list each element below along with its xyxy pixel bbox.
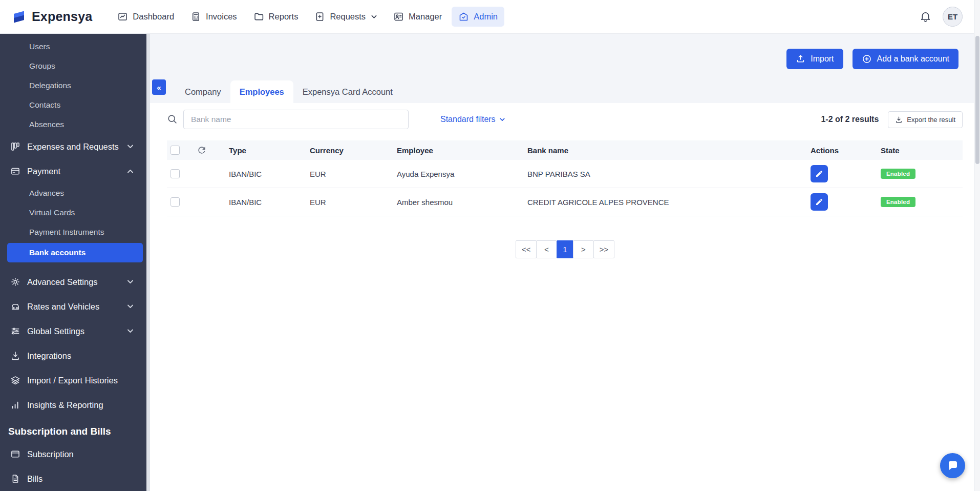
standard-filters-button[interactable]: Standard filters <box>440 115 505 124</box>
sidebar-item-label: Insights & Reporting <box>27 400 103 410</box>
scrollbar-thumb[interactable] <box>975 36 979 164</box>
row-checkbox[interactable] <box>171 197 180 207</box>
nav-reports[interactable]: Reports <box>247 7 305 27</box>
sidebar: Users Groups Delegations Contacts Absenc… <box>0 34 150 491</box>
invoices-icon <box>190 11 201 22</box>
chevron-down-icon <box>371 15 377 19</box>
sidebar-item-bank-accounts[interactable]: Bank accounts <box>7 243 143 262</box>
sidebar-item-contacts[interactable]: Contacts <box>0 95 150 115</box>
refresh-icon[interactable] <box>197 145 207 155</box>
edit-button[interactable] <box>811 165 828 182</box>
import-button[interactable]: Import <box>786 49 843 69</box>
bar-chart-icon <box>10 400 20 410</box>
standard-filters-label: Standard filters <box>440 115 496 124</box>
content-panel: Standard filters 1-2 of 2 results Export… <box>150 103 980 491</box>
sidebar-item-subscription[interactable]: Subscription <box>0 442 150 466</box>
nav-invoices-label: Invoices <box>206 12 237 22</box>
nav-dashboard[interactable]: Dashboard <box>111 7 181 27</box>
page-scrollbar[interactable] <box>974 0 980 491</box>
import-button-label: Import <box>811 54 834 64</box>
nav-requests[interactable]: Requests <box>308 7 384 27</box>
sidebar-item-label: Expenses and Requests <box>27 142 119 152</box>
sidebar-item-expenses-and-requests[interactable]: Expenses and Requests <box>0 134 150 159</box>
table-row: IBAN/BIC EUR Amber shesmou CREDIT AGRICO… <box>167 188 963 216</box>
pagination-prev-button[interactable]: < <box>536 240 557 258</box>
chevron-down-icon <box>127 280 134 284</box>
main-content: Import Add a bank account « Company Empl… <box>150 34 980 491</box>
chat-bubble-icon <box>947 460 959 472</box>
topbar-right: ET <box>920 7 963 27</box>
nav-admin-label: Admin <box>474 12 498 22</box>
download-icon <box>10 351 20 361</box>
brand-name: Expensya <box>32 9 92 24</box>
nav-invoices[interactable]: Invoices <box>184 7 244 27</box>
nav-manager-label: Manager <box>409 12 442 22</box>
column-header-employee: Employee <box>391 146 521 155</box>
sidebar-item-payment[interactable]: Payment <box>0 159 150 183</box>
sidebar-item-users[interactable]: Users <box>0 37 150 56</box>
pagination-next-button[interactable]: > <box>573 240 594 258</box>
dashboard-icon <box>117 11 128 22</box>
sidebar-item-label: Import / Export Histories <box>27 376 118 385</box>
sidebar-item-integrations[interactable]: Integrations <box>0 343 150 368</box>
notifications-bell-icon[interactable] <box>920 11 931 23</box>
payment-icon <box>10 166 20 176</box>
chat-launcher-button[interactable] <box>940 453 965 478</box>
pagination-last-button[interactable]: >> <box>593 240 614 258</box>
sidebar-item-virtual-cards[interactable]: Virtual Cards <box>0 203 150 222</box>
sidebar-item-payment-instruments[interactable]: Payment Instruments <box>0 222 150 242</box>
chevron-down-icon <box>127 145 134 149</box>
sidebar-item-label: Payment <box>27 167 60 176</box>
select-all-checkbox[interactable] <box>171 146 180 155</box>
column-header-state: State <box>875 146 963 155</box>
tab-company[interactable]: Company <box>176 80 230 103</box>
bill-document-icon <box>10 474 20 484</box>
column-header-type: Type <box>223 146 304 155</box>
nav-reports-label: Reports <box>269 12 299 22</box>
collapse-sidebar-button[interactable]: « <box>152 79 166 95</box>
pagination-page-1-button[interactable]: 1 <box>557 240 573 258</box>
sidebar-item-advances[interactable]: Advances <box>0 183 150 203</box>
admin-icon <box>458 11 469 22</box>
tab-employees[interactable]: Employees <box>230 80 293 103</box>
edit-button[interactable] <box>811 193 828 211</box>
sidebar-scrollbar[interactable] <box>146 34 150 491</box>
request-document-icon <box>314 11 325 22</box>
sidebar-item-label: Global Settings <box>27 326 84 336</box>
gear-icon <box>10 277 20 287</box>
tab-expensya-card-account[interactable]: Expensya Card Account <box>293 80 402 103</box>
sidebar-item-insights-reporting[interactable]: Insights & Reporting <box>0 393 150 417</box>
results-count: 1-2 of 2 results <box>821 115 879 124</box>
pagination-first-button[interactable]: << <box>516 240 537 258</box>
car-icon <box>10 301 20 312</box>
search-icon <box>167 114 178 125</box>
pagination: << < 1 > >> <box>150 240 980 258</box>
cell-currency: EUR <box>304 170 391 178</box>
expensya-logo-icon <box>11 9 27 25</box>
sidebar-item-import-export-histories[interactable]: Import / Export Histories <box>0 368 150 393</box>
sidebar-item-advanced-settings[interactable]: Advanced Settings <box>0 270 150 294</box>
nav-manager[interactable]: Manager <box>387 7 449 27</box>
export-result-button[interactable]: Export the result <box>888 111 963 128</box>
sidebar-item-absences[interactable]: Absences <box>0 115 150 134</box>
sidebar-item-delegations[interactable]: Delegations <box>0 76 150 95</box>
bank-name-search-input[interactable] <box>183 110 409 129</box>
sidebar-item-groups[interactable]: Groups <box>0 56 150 76</box>
sidebar-item-global-settings[interactable]: Global Settings <box>0 319 150 343</box>
sidebar-item-rates-and-vehicles[interactable]: Rates and Vehicles <box>0 294 150 319</box>
plus-circle-icon <box>862 54 872 64</box>
add-bank-account-button[interactable]: Add a bank account <box>853 49 958 69</box>
avatar[interactable]: ET <box>943 7 963 27</box>
chevron-up-icon <box>127 169 134 173</box>
status-badge: Enabled <box>881 169 915 179</box>
nav-admin[interactable]: Admin <box>452 7 504 27</box>
bank-accounts-table: Type Currency Employee Bank name Actions… <box>167 140 963 216</box>
subscription-card-icon <box>10 449 20 459</box>
cell-bank-name: CREDIT AGRICOLE ALPES PROVENCE <box>521 198 804 207</box>
brand[interactable]: Expensya <box>11 9 92 25</box>
add-bank-account-label: Add a bank account <box>877 54 949 64</box>
row-checkbox[interactable] <box>171 169 180 178</box>
column-header-bank-name: Bank name <box>521 146 804 155</box>
sidebar-item-bills[interactable]: Bills <box>0 466 150 491</box>
sliders-icon <box>10 326 20 336</box>
